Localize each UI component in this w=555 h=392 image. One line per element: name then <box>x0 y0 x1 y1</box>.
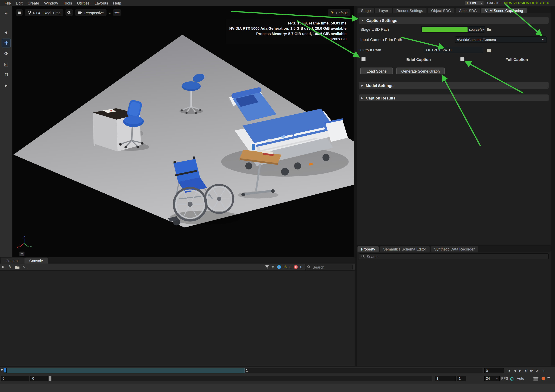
property-search-placeholder: Search <box>367 254 379 258</box>
console-tab-strip <box>0 257 355 264</box>
range-button[interactable]: □ <box>540 368 545 373</box>
lighting-button[interactable]: ☀ Default <box>328 9 351 16</box>
menu-layouts[interactable]: Layouts <box>92 1 111 5</box>
freeze-icon[interactable]: ❄ <box>271 265 275 269</box>
menu-create[interactable]: Create <box>25 1 42 5</box>
cache-label: CACHE: <box>487 1 500 5</box>
tab-content[interactable]: Content <box>1 258 24 264</box>
rotate-tool-button[interactable]: ⟳ <box>2 49 11 58</box>
range-end-field[interactable]: 1 <box>435 376 456 381</box>
caption-settings-header[interactable]: ▼ Caption Settings <box>359 17 549 24</box>
snap-tool-button[interactable]: Ω <box>2 71 11 79</box>
caption-results-header[interactable]: ▶ Caption Results <box>359 94 549 101</box>
loop-button[interactable]: ⟳ <box>534 368 540 373</box>
sync-icon[interactable] <box>510 377 514 381</box>
step-back-button[interactable]: ◀ <box>512 368 517 373</box>
tab-property[interactable]: Property <box>358 246 379 252</box>
step-forward-button[interactable]: ▶| <box>523 368 529 373</box>
stage-usd-path-input[interactable]: source/ext <box>421 26 485 33</box>
timeline-track[interactable]: 1 <box>7 368 482 373</box>
filter-icon[interactable] <box>265 265 269 269</box>
tab-console[interactable]: Console <box>24 258 48 264</box>
lightbulb-icon <box>28 10 31 15</box>
cursor-tool-button[interactable]: ➤ <box>2 28 11 37</box>
dock-icon[interactable]: ⇤ <box>2 265 5 269</box>
edit-icon[interactable]: ✎ <box>8 265 12 269</box>
renderer-button[interactable]: RTX - Real-Time <box>25 9 64 16</box>
chevrons-icon[interactable]: » <box>109 10 111 15</box>
timeline: x 1 0 |◀ ◀ ▶ ▶| ▶▶ ⟳ □ 0 0 1 1 24 ▼ FPS … <box>0 366 555 384</box>
menu-window[interactable]: Window <box>42 1 60 5</box>
tab-stage[interactable]: Stage <box>358 8 374 13</box>
console-search-input[interactable]: Search <box>305 264 352 270</box>
play-button[interactable]: ▶ <box>518 368 523 373</box>
range-start-field[interactable]: 0 <box>1 376 29 381</box>
tab-render-settings[interactable]: Render Settings <box>393 8 426 13</box>
full-caption-checkbox[interactable] <box>460 57 464 61</box>
tab-actor-sdg[interactable]: Actor SDG <box>455 8 480 13</box>
console-toolbar: ⇤ ✎ >_ ❄ i ⚠ 0 × 0 Search <box>0 264 355 271</box>
scale-tool-button[interactable]: ◱ <box>2 60 11 69</box>
playhead-marker[interactable] <box>3 368 6 373</box>
axis-gizmo[interactable]: Z X Y <box>15 236 34 251</box>
range-handle[interactable] <box>49 376 51 381</box>
axis-x-label: X <box>17 246 19 249</box>
layers-icon[interactable] <box>533 377 539 381</box>
menu-bar: File Edit Create Window Tools Utilities … <box>0 0 555 6</box>
new-version-label[interactable]: NEW VERSION DETECTED <box>504 1 549 5</box>
range-start-alt-field[interactable]: 0 <box>30 376 48 381</box>
viewport-3d[interactable]: ☰ RTX - Real-Time Perspective » ((●)) ☀ … <box>12 6 354 257</box>
go-to-end-button[interactable]: ▶▶ <box>529 368 534 373</box>
input-camera-prim-path-dropdown[interactable]: /World/Cameras/Camera ▼ <box>455 36 547 43</box>
tab-semantics-schema-editor[interactable]: Semantics Schema Editor <box>380 246 430 252</box>
menu-file[interactable]: File <box>2 1 13 5</box>
output-path-input[interactable]: OUTPUT_PATH <box>424 47 483 53</box>
current-frame-field[interactable]: 0 <box>484 368 504 373</box>
go-to-start-button[interactable]: |◀ <box>506 368 511 373</box>
output-path-browse-button[interactable] <box>486 48 492 52</box>
warning-icon[interactable]: ⚠ <box>284 265 287 269</box>
cached-frames-region <box>7 368 245 373</box>
range-end-alt-field[interactable]: 1 <box>457 376 466 381</box>
load-scene-button[interactable]: Load Scene <box>360 67 393 74</box>
brief-caption-label: Brief Caption <box>406 56 431 63</box>
auto-label[interactable]: Auto <box>517 376 524 381</box>
axis-z-label: Z <box>23 236 25 239</box>
gizmo-toggle-button[interactable]: ((●)) <box>113 9 121 16</box>
console-output[interactable] <box>0 271 355 366</box>
move-tool-button[interactable]: ✚ <box>2 38 11 47</box>
model-settings-header[interactable]: ▶ Model Settings <box>359 82 549 89</box>
tab-object-sdg[interactable]: Object SDG <box>428 8 454 13</box>
live-button[interactable]: ⚡ LIVE <box>465 1 479 5</box>
range-track[interactable] <box>52 376 432 381</box>
scene-canvas[interactable] <box>12 6 354 257</box>
model-settings-title: Model Settings <box>366 83 393 87</box>
tab-vlm-scene-captioning[interactable]: VLM Scene Captioning <box>482 8 527 13</box>
live-dropdown-caret[interactable]: ▼ <box>479 1 484 5</box>
fps-value: 24 <box>486 377 490 380</box>
console-search-placeholder: Search <box>313 265 324 269</box>
open-folder-icon[interactable] <box>15 265 20 269</box>
tab-synthetic-data-recorder[interactable]: Synthetic Data Recorder <box>431 246 478 252</box>
error-icon[interactable]: × <box>294 265 298 269</box>
menu-help[interactable]: Help <box>111 1 124 5</box>
selection-tool-button[interactable]: ⌖ <box>2 9 11 18</box>
timeline-menu-button[interactable]: ≡ <box>547 376 550 381</box>
play-tool-button[interactable]: ▶ <box>2 81 11 90</box>
visibility-button[interactable] <box>66 9 73 16</box>
tab-layer[interactable]: Layer <box>375 8 392 13</box>
record-button[interactable] <box>542 377 545 380</box>
menu-edit[interactable]: Edit <box>13 1 25 5</box>
camera-button[interactable]: Perspective <box>75 9 106 16</box>
viewport-options-button[interactable]: ☰ <box>16 9 23 16</box>
stage-usd-path-browse-button[interactable] <box>486 27 492 31</box>
fps-dropdown[interactable]: 24 ▼ <box>484 376 500 381</box>
generate-scene-graph-button[interactable]: Generate Scene Graph <box>396 67 445 74</box>
menu-tools[interactable]: Tools <box>60 1 74 5</box>
brief-caption-checkbox[interactable] <box>361 57 365 61</box>
property-search-input[interactable]: Search <box>359 253 549 259</box>
info-icon[interactable]: i <box>277 265 281 269</box>
input-camera-prim-path-value: /World/Cameras/Camera <box>457 38 496 42</box>
menu-utilities[interactable]: Utilities <box>74 1 92 5</box>
current-frame-line <box>245 368 245 373</box>
